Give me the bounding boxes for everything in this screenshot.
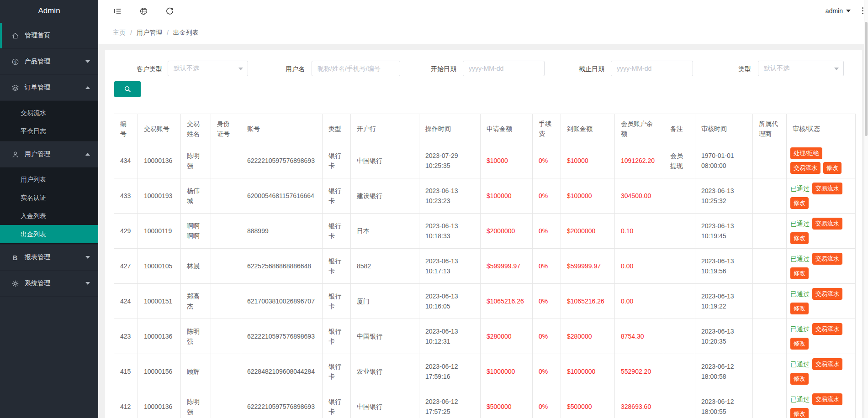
cell-remark: [664, 178, 695, 214]
column-header-bank: 开户行: [351, 114, 419, 143]
chevron-down-icon: [85, 60, 90, 63]
cell-amount: $10000: [481, 143, 533, 178]
scrollbar: [864, 0, 868, 418]
svg-text:$: $: [14, 59, 16, 64]
action-button[interactable]: 修改: [790, 373, 809, 385]
sidebar-subitem[interactable]: 实名认证: [0, 188, 98, 207]
sidebar-subitem[interactable]: 用户列表: [0, 170, 98, 188]
sidebar-item[interactable]: 系统管理: [0, 271, 98, 297]
cell-status: 已通过交易流水修改: [787, 389, 856, 418]
type-select[interactable]: 默认不选: [758, 61, 844, 76]
cell-type: 银行卡: [323, 249, 351, 284]
cell-bank: 中国银行: [351, 389, 419, 418]
action-button[interactable]: 交易流水: [812, 183, 842, 194]
action-button[interactable]: 交易流水: [790, 162, 820, 174]
sidebar-subitem[interactable]: 平仓日志: [0, 122, 98, 140]
user-name: admin: [826, 7, 843, 15]
topbar-icons: [98, 7, 174, 16]
cell-bank: 日本: [351, 214, 419, 249]
collapse-menu-icon[interactable]: [113, 7, 122, 16]
action-button[interactable]: 交易流水: [812, 323, 842, 335]
action-button[interactable]: 修改: [823, 162, 842, 174]
cell-received: $280000: [561, 319, 615, 354]
sidebar-subitem[interactable]: 入金列表: [0, 207, 98, 225]
user-dropdown[interactable]: admin: [826, 0, 851, 22]
start-date-input[interactable]: [463, 61, 545, 76]
cell-name: 陈明强: [181, 319, 211, 354]
breadcrumb-user-management[interactable]: 用户管理: [137, 29, 162, 37]
action-button[interactable]: 修改: [790, 338, 809, 350]
action-button[interactable]: 交易流水: [812, 393, 842, 405]
search-button[interactable]: [114, 81, 141, 97]
cell-op_time: 2023-06-13 10:12:31: [419, 319, 481, 354]
action-button[interactable]: 交易流水: [812, 218, 842, 230]
sidebar-item[interactable]: 管理首页: [0, 23, 98, 49]
cell-amount: $280000: [481, 319, 533, 354]
column-header-name: 交易姓名: [181, 114, 211, 143]
action-button[interactable]: 修改: [790, 232, 809, 244]
cell-agent: [753, 389, 787, 418]
cell-amount: $100000: [481, 178, 533, 214]
sidebar-item[interactable]: 用户管理: [0, 141, 98, 167]
table-row: 43410000136陈明强6222210597576898693银行卡中国银行…: [114, 143, 856, 178]
user-icon: [11, 150, 19, 158]
action-button[interactable]: 修改: [790, 267, 809, 279]
end-date-input[interactable]: [611, 61, 693, 76]
sidebar-subitem[interactable]: 交易流水: [0, 104, 98, 122]
sidebar-submenu: 交易流水平仓日志: [0, 101, 98, 141]
column-header-account: 交易账号: [138, 114, 181, 143]
cell-id_card: [211, 143, 241, 178]
cell-op_time: 2023-06-12 17:57:25: [419, 389, 481, 418]
cell-name: 林晨: [181, 249, 211, 284]
cell-op_time: 2023-06-13 10:17:13: [419, 249, 481, 284]
cell-audit_time: 2023-06-13 10:20:35: [695, 319, 753, 354]
sidebar-item-label: 系统管理: [25, 279, 85, 287]
sidebar-item[interactable]: B报表管理: [0, 245, 98, 271]
content-card: 客户类型 默认不选 用户名 开始日期 截止日期 类型 默认不选 编号交易账号交易…: [105, 50, 862, 418]
action-button[interactable]: 修改: [790, 197, 809, 209]
cell-agent: [753, 214, 787, 249]
sidebar-subitem[interactable]: 出金列表: [0, 225, 98, 243]
status-approved-badge: 已通过: [790, 289, 810, 298]
cell-agent: [753, 249, 787, 284]
scrollbar-thumb[interactable]: [865, 22, 868, 136]
action-button[interactable]: 交易流水: [812, 253, 842, 265]
cell-id_card: [211, 354, 241, 389]
status-approved-badge: 已通过: [790, 360, 810, 369]
sidebar-submenu: 用户列表实名认证入金列表出金列表: [0, 167, 98, 245]
cell-received: $1065216.26: [561, 284, 615, 319]
cell-bank: 建设银行: [351, 178, 419, 214]
search-icon: [124, 85, 132, 93]
topbar: admin: [98, 0, 868, 22]
action-button[interactable]: 修改: [790, 408, 809, 418]
cell-remark: [664, 249, 695, 284]
chevron-down-icon: [238, 68, 243, 70]
sidebar-item-label: 订单管理: [25, 84, 85, 92]
action-button[interactable]: 处理/拒绝: [790, 147, 822, 159]
cell-account: 10000193: [138, 178, 181, 214]
breadcrumb-home[interactable]: 主页: [113, 29, 126, 37]
column-header-status: 审核/状态: [787, 114, 856, 143]
globe-icon[interactable]: [139, 7, 148, 16]
action-button[interactable]: 交易流水: [812, 358, 842, 370]
cell-bank: 中国银行: [351, 143, 419, 178]
dollar-icon: $: [11, 57, 19, 66]
action-button[interactable]: 修改: [790, 303, 809, 314]
cell-status: 已通过交易流水修改: [787, 284, 856, 319]
table-row: 42410000151郑高杰6217003810026896707银行卡厦门20…: [114, 284, 856, 319]
layers-icon: [11, 84, 19, 92]
sidebar-item[interactable]: $产品管理: [0, 49, 98, 75]
cell-received: $500000: [561, 389, 615, 418]
refresh-icon[interactable]: [165, 7, 174, 16]
sidebar-item[interactable]: 订单管理: [0, 75, 98, 101]
cell-received: $599999.97: [561, 249, 615, 284]
cell-agent: [753, 284, 787, 319]
cell-bank: 8582: [351, 249, 419, 284]
cell-card: 6228482109608044284: [241, 354, 323, 389]
customer-type-select[interactable]: 默认不选: [168, 61, 248, 76]
cell-audit_time: 2023-06-13 10:19:22: [695, 284, 753, 319]
cell-card: 6222210597576898693: [241, 143, 323, 178]
cell-status: 已通过交易流水修改: [787, 178, 856, 214]
action-button[interactable]: 交易流水: [812, 288, 842, 300]
username-input[interactable]: [312, 61, 400, 76]
